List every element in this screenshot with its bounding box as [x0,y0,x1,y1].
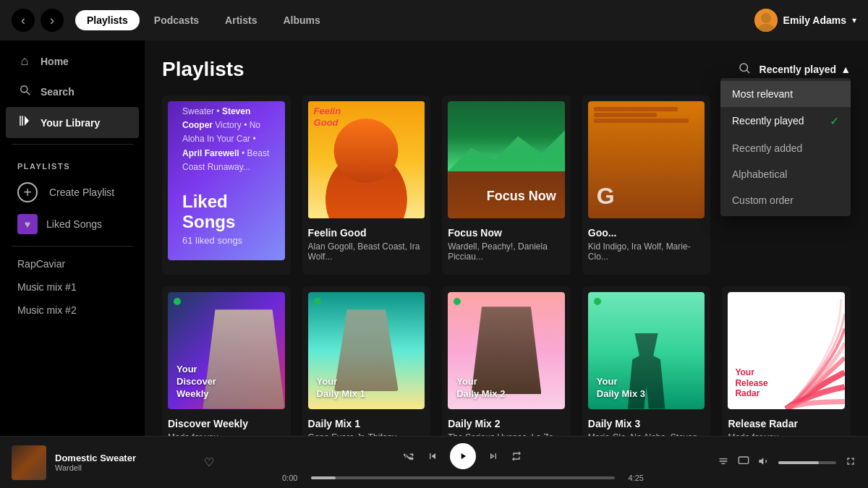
dropdown-most-relevant-label: Most relevant [732,88,793,100]
sidebar-create-playlist[interactable]: + Create Playlist [0,176,145,208]
sidebar-section-playlists: PLAYLISTS [0,150,145,176]
card-release-radar[interactable]: YourReleaseRadar Release Radar Made for … [722,286,851,436]
daily-mix-2-title: Daily Mix 2 [448,418,565,429]
create-playlist-btn[interactable]: + [17,182,38,202]
time-total: 4:25 [621,474,644,482]
sidebar-home-label: Home [41,56,69,67]
daily-mix-1-label: YourDaily Mix 1 [317,376,365,401]
back-button[interactable]: ‹ [12,9,35,32]
search-icon [17,83,32,100]
good-subtitle: Kid Indigo, Ira Wolf, Marie-Clo... [588,241,705,262]
svg-line-4 [746,70,749,72]
devices-button[interactable] [738,455,749,470]
daily-mix-1-title: Daily Mix 1 [308,418,425,429]
avatar [754,9,778,32]
card-daily-mix-2[interactable]: YourDaily Mix 2 Daily Mix 2 The Serious … [442,286,571,436]
sidebar-liked-songs[interactable]: ♥ Liked Songs [0,208,145,240]
dropdown-recently-played[interactable]: Recently played ✓ [720,107,851,135]
player-thumbnail [12,445,46,480]
queue-button[interactable] [718,455,729,470]
card-focus-now[interactable]: Focus Now Focus Now Wardell, Peachy!, Da… [442,95,571,275]
sidebar: ⌂ Home Search Your Library PLAYLISTS + C… [0,40,145,436]
liked-songs-image: Wardell Domestic Sweater • Steven Cooper… [168,101,285,260]
tab-podcasts[interactable]: Podcasts [142,10,210,30]
musicmix1-label: Music mix #1 [17,281,77,293]
like-track-button[interactable]: ♡ [204,455,214,469]
player-controls [404,443,522,469]
sort-label: Recently played [760,64,837,75]
content-area: Playlists Recently played ▲ Most relevan… [145,40,868,436]
daily-mix-2-label: YourDaily Mix 2 [456,376,505,401]
card-good[interactable]: G Goo... Kid Indigo, Ira Wolf, Marie-Clo… [582,95,711,275]
daily-mix-2-subtitle: The Serious Hyenas, Lo Zo, Cilantro... [448,432,565,436]
card-feelin-good[interactable]: FeelinGood Feelin Good Alan Gogoll, Beas… [302,95,431,275]
tab-albums[interactable]: Albums [271,10,331,30]
dropdown-alphabetical[interactable]: Alphabetical [720,161,851,187]
sidebar-item-search[interactable]: Search [6,76,139,107]
card-liked-songs[interactable]: Wardell Domestic Sweater • Steven Cooper… [162,95,291,275]
user-name: Emily Adams [783,14,846,26]
sidebar-item-library[interactable]: Your Library [6,107,139,138]
page-title: Playlists [162,58,244,81]
play-button[interactable] [450,443,476,469]
player-right [712,455,856,470]
feelin-good-artwork: FeelinGood [308,101,425,218]
volume-slider[interactable] [778,461,836,464]
daily-mix-3-image: YourDaily Mix 3 [588,292,705,409]
top-bar: ‹ › Playlists Podcasts Artists Albums Em… [0,0,868,40]
daily-mix-2-image: YourDaily Mix 2 [448,292,565,409]
sidebar-musicmix1[interactable]: Music mix #1 [0,275,145,299]
rapcaviar-label: RapCaviar [17,258,65,270]
tab-artists[interactable]: Artists [213,10,268,30]
daily-mix-3-title: Daily Mix 3 [588,418,705,429]
musicmix2-label: Music mix #2 [17,304,77,316]
player-left: Domestic Sweater Wardell ♡ [12,445,214,480]
focus-now-title: Focus Now [448,227,565,239]
daily-mix-1-image: YourDaily Mix 1 [308,292,425,409]
main-layout: ⌂ Home Search Your Library PLAYLISTS + C… [0,40,868,436]
content-header: Playlists Recently played ▲ Most relevan… [162,58,851,81]
nav-buttons: ‹ › [12,9,64,32]
good-title: Goo... [588,227,705,239]
player-track-name: Domestic Sweater [55,453,195,463]
dropdown-recently-played-label: Recently played [732,115,804,127]
shuffle-button[interactable] [404,450,415,462]
card-daily-mix-3[interactable]: YourDaily Mix 3 Daily Mix 3 Marie-Clo, N… [582,286,711,436]
volume-fill [778,461,819,464]
create-playlist-label: Create Playlist [49,187,114,198]
volume-button[interactable] [758,455,770,470]
card-discover-weekly[interactable]: YourDiscoverWeekly Discover Weekly Made … [162,286,291,436]
next-button[interactable] [488,450,499,462]
sidebar-musicmix2[interactable]: Music mix #2 [0,299,145,322]
progress-bar-container: 0:00 4:25 [282,474,644,482]
sidebar-search-label: Search [41,86,75,98]
repeat-button[interactable] [511,450,522,462]
dropdown-recently-added[interactable]: Recently added [720,135,851,161]
discover-weekly-label: YourDiscoverWeekly [176,364,216,401]
liked-songs-artwork: Wardell Domestic Sweater • Steven Cooper… [168,101,285,260]
fullscreen-button[interactable] [845,455,856,470]
tab-playlists[interactable]: Playlists [75,10,140,30]
sidebar-divider-2 [12,246,133,247]
feelin-good-image: FeelinGood [308,101,425,218]
top-tabs: Playlists Podcasts Artists Albums [75,10,754,30]
focus-now-image: Focus Now [448,101,565,218]
content-search-icon[interactable] [738,61,751,78]
sidebar-rapcaviar[interactable]: RapCaviar [0,252,145,275]
focus-now-subtitle: Wardell, Peachy!, Daniela Picciau... [448,241,565,262]
daily-mix-3-subtitle: Marie-Clo, No Aloha, Steven Cooper... [588,432,705,436]
player-track-info: Domestic Sweater Wardell [55,453,195,472]
progress-track[interactable] [311,476,615,479]
dropdown-most-relevant[interactable]: Most relevant [720,81,851,107]
card-daily-mix-1[interactable]: YourDaily Mix 1 Daily Mix 1 Gene Evaro J… [302,286,431,436]
sidebar-item-home[interactable]: ⌂ Home [6,46,139,76]
good-image: G [588,101,705,218]
spotify-dot [174,298,181,305]
sidebar-library-label: Your Library [41,117,100,129]
dropdown-custom-order[interactable]: Custom order [720,187,851,213]
sort-dropdown-button[interactable]: Recently played ▲ [760,64,851,75]
user-menu[interactable]: Emily Adams ▾ [754,9,856,32]
prev-button[interactable] [427,450,438,462]
svg-point-1 [761,13,771,23]
forward-button[interactable]: › [41,9,64,32]
